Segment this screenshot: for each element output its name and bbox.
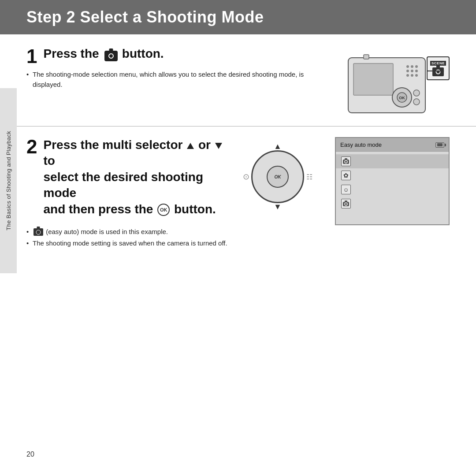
step2-title: Press the multi selector or to select th…	[43, 137, 229, 217]
svg-point-2	[406, 65, 409, 68]
svg-rect-20	[345, 158, 347, 160]
camera-mode-svg	[342, 158, 350, 164]
svg-point-7	[415, 70, 418, 72]
camera-button-icon	[104, 51, 118, 61]
svg-point-15	[413, 99, 420, 105]
selector-left-arrow: ⊙	[243, 172, 249, 182]
svg-rect-1	[353, 63, 393, 95]
mode-list: ✿ ☺	[336, 152, 449, 213]
svg-point-5	[406, 70, 409, 72]
svg-point-4	[415, 65, 418, 68]
flower-symbol: ✿	[343, 172, 349, 179]
svg-rect-16	[364, 55, 369, 59]
step2-section: 2 Press the multi selector or to select …	[0, 126, 476, 259]
step2-header: 2 Press the multi selector or to select …	[26, 137, 229, 223]
mode-item-flower: ✿	[336, 168, 449, 182]
sidebar-label: The Basics of Shooting and Playback	[5, 131, 12, 231]
selector-up-arrow: ▲	[274, 142, 282, 151]
step1-bullet-1: The shooting-mode selection menu, which …	[26, 70, 322, 89]
mode-icon-camera	[341, 156, 351, 166]
selector-down-arrow: ▼	[274, 202, 282, 212]
mode-icon-face: ☺	[341, 185, 351, 194]
battery-icon	[435, 142, 444, 148]
step2-bullet-2: The shooting mode setting is saved when …	[26, 238, 229, 249]
page-number: 20	[26, 450, 34, 458]
sidebar: The Basics of Shooting and Playback	[0, 88, 17, 273]
selector-container: OK ▲ ▼ ⊙ ☷	[251, 150, 313, 212]
ok-label: OK	[275, 175, 281, 179]
svg-text:OK: OK	[399, 96, 405, 100]
step1-title: Press the button.	[43, 47, 164, 61]
mode-icon-flower: ✿	[341, 171, 351, 180]
page-header: Step 2 Select a Shooting Mode	[0, 0, 476, 34]
svg-point-10	[415, 74, 418, 77]
step2-number: 2	[26, 137, 37, 156]
face-symbol: ☺	[343, 186, 349, 193]
down-arrow-icon	[215, 143, 222, 149]
step1-header: 1 Press the button.	[26, 47, 322, 66]
easy-auto-camera-icon	[33, 228, 43, 236]
selector-ok: OK	[267, 166, 289, 188]
selector-ring: OK ▲ ▼ ⊙ ☷	[251, 150, 304, 203]
step2-title-block: Press the multi selector or to select th…	[43, 137, 229, 223]
svg-point-9	[411, 74, 413, 77]
arrow-svg	[427, 68, 444, 74]
mode-item-easy-auto	[336, 154, 449, 168]
ok-button-icon: OK	[157, 204, 170, 216]
step1-camera-diagram: OK SCENE	[339, 47, 450, 117]
step2-bullet-1-text: (easy auto) mode is used in this example…	[46, 228, 168, 235]
mode-screen: Easy auto mode	[335, 137, 450, 225]
selector-right-arrow: ☷	[306, 173, 312, 181]
step2-content: 2 Press the multi selector or to select …	[26, 137, 229, 250]
svg-point-14	[413, 90, 420, 96]
page-title: Step 2 Select a Shooting Mode	[26, 8, 450, 26]
mode-screen-title: Easy auto mode	[340, 141, 382, 148]
mode-item-face: ☺	[336, 182, 449, 197]
landscape-mode-svg	[342, 201, 350, 207]
mode-item-landscape	[336, 197, 449, 211]
up-arrow-icon	[187, 143, 194, 149]
step2-bullet-1: (easy auto) mode is used in this example…	[26, 227, 229, 237]
step2-bullets: (easy auto) mode is used in this example…	[26, 227, 229, 249]
multi-selector-diagram: OK ▲ ▼ ⊙ ☷	[247, 137, 317, 216]
step1-section: 1 Press the button. The shooting-mode se…	[0, 34, 476, 126]
svg-point-6	[411, 70, 413, 72]
svg-point-3	[411, 65, 413, 68]
step1-bullets: The shooting-mode selection menu, which …	[26, 70, 322, 89]
svg-marker-18	[441, 69, 444, 73]
svg-point-8	[406, 74, 409, 77]
mode-icon-landscape	[341, 199, 351, 208]
svg-rect-23	[345, 201, 347, 202]
battery-inner	[437, 143, 443, 146]
battery-indicator	[434, 141, 444, 149]
mode-screen-header: Easy auto mode	[336, 138, 449, 152]
step1-content: 1 Press the button. The shooting-mode se…	[26, 47, 322, 117]
step1-number: 1	[26, 47, 37, 66]
